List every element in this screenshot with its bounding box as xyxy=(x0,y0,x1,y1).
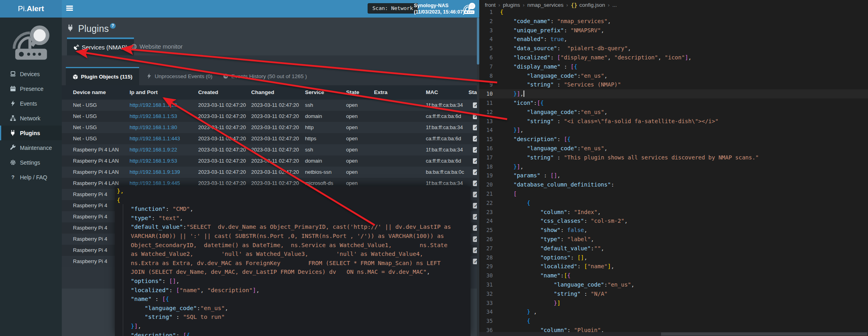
table-cell: open xyxy=(346,155,372,167)
breadcrumb-item[interactable]: front xyxy=(485,2,496,8)
breadcrumb-item[interactable]: ... xyxy=(612,2,617,8)
code-line-13: 13 "string" : "<i class=\"fa-solid fa-sa… xyxy=(479,117,868,126)
code-line-19: 19 "params" : [], xyxy=(479,171,868,180)
line-number: 5 xyxy=(479,44,500,53)
code-line-7: 7 "display_name" : [{ xyxy=(479,62,868,71)
table-cell xyxy=(374,155,424,167)
table-row: Raspberry Pi 4 LANhttp://192.168.1.9:532… xyxy=(62,155,477,167)
overlay-code-line: "options": [], xyxy=(115,277,470,286)
ip-port-link[interactable]: http://192.168.1.9:53 xyxy=(130,155,195,167)
ip-port-link[interactable]: http://192.168.1.9:139 xyxy=(130,167,195,178)
column-header-extra[interactable]: Extra xyxy=(374,85,424,100)
ip-port-link[interactable]: http://192.168.1.9:22 xyxy=(130,144,195,155)
breadcrumb-separator: › xyxy=(523,2,524,8)
table-cell: open xyxy=(346,122,372,133)
brand-logo[interactable]: Pi.Alert xyxy=(0,0,62,18)
ip-port-link[interactable]: http://192.168.1.1:22 xyxy=(130,100,195,111)
code-editor[interactable]: 1{2 "code_name": "nmap_services",3 "uniq… xyxy=(479,8,868,329)
sitemap-icon xyxy=(10,115,16,122)
column-header-state[interactable]: State xyxy=(346,85,372,100)
table-cell: 1f:ba:ff:ca:ba:34 xyxy=(426,144,469,155)
table-row: Net - USGhttp://192.168.1.1:532023-03-11… xyxy=(62,111,477,122)
page-header: Plugins ? xyxy=(67,22,116,36)
breadcrumb-item[interactable]: config.json xyxy=(579,2,605,8)
table-cell: 2023-03-11 02:47:20 xyxy=(198,100,249,111)
column-header-device-name[interactable]: Device name xyxy=(73,85,128,100)
indent-guide xyxy=(123,204,123,336)
column-header-created[interactable]: Created xyxy=(198,85,249,100)
sidebar-item-plugins[interactable]: Plugins xyxy=(0,126,62,140)
device-timestamp: (11/03/2023, 15:46:07) xyxy=(414,9,465,15)
tab-services-nmap[interactable]: Services (NMAP) xyxy=(67,37,134,55)
overlay-code-line: ns.Extra as Extra, dv.dev_MAC as Foreign… xyxy=(115,259,470,268)
code-line-30: 30 "name":[{ xyxy=(479,271,868,280)
sidebar-item-presence[interactable]: Presence xyxy=(0,81,62,96)
column-header-changed[interactable]: Changed xyxy=(251,85,302,100)
line-number: 16 xyxy=(479,144,500,153)
overlay-code-line: VARCHAR(100)) || ':' || cast( SUBSTR(ns.… xyxy=(115,232,470,241)
tab-label: Unprocessed Events (0) xyxy=(155,73,213,79)
ip-port-link[interactable]: http://192.168.1.1:53 xyxy=(130,111,195,122)
overlay-code-editor[interactable]: },{ "function": "CMD", "type": "text", "… xyxy=(115,187,470,336)
cube-icon xyxy=(73,74,78,80)
top-navbar: Pi.Alert Scan: Network Synology-NAS (11/… xyxy=(0,0,479,18)
column-header-service[interactable]: Service xyxy=(305,85,344,100)
tab-label: Events History (50 out of 1265 ) xyxy=(231,73,307,79)
pialert-window: Pi.Alert Scan: Network Synology-NAS (11/… xyxy=(0,0,479,336)
breadcrumb-item[interactable]: plugins xyxy=(503,2,520,8)
table-cell: Net - USG xyxy=(73,100,128,111)
code-line-15: 15 "description": [{ xyxy=(479,135,868,144)
table-cell: 2023-03-11 02:47:20 xyxy=(251,100,302,111)
table-cell: ba:ba:ff:ca:ba:0c xyxy=(426,167,469,178)
laptop-icon xyxy=(10,71,16,77)
tab-website-monitor[interactable]: Website monitor xyxy=(126,37,188,55)
sidebar-item-label: Help / FAQ xyxy=(20,174,47,181)
table-row: Net - USGhttp://192.168.1.1:802023-03-11… xyxy=(62,122,477,133)
ip-port-link[interactable]: http://192.168.1.1:443 xyxy=(130,133,195,144)
line-number: 1 xyxy=(479,8,500,17)
overlay-code-line: "localized": ["name", "description"], xyxy=(115,286,470,295)
sidebar-toggle-icon[interactable] xyxy=(66,6,74,12)
overlay-code-line: "string" : "SQL to run" xyxy=(115,312,470,322)
plug-icon xyxy=(10,130,16,136)
sidebar-item-devices[interactable]: Devices xyxy=(0,67,62,81)
sidebar-item-maintenance[interactable]: Maintenance xyxy=(0,140,62,155)
table-row: Net - USGhttp://192.168.1.1:4432023-03-1… xyxy=(62,133,477,144)
table-cell: 2023-03-11 02:47:20 xyxy=(251,133,302,144)
help-badge-icon[interactable]: ? xyxy=(110,23,116,29)
sidebar-item-label: Events xyxy=(20,100,37,107)
globe-icon xyxy=(131,44,137,49)
wrench-icon xyxy=(10,145,16,151)
brand-alert: Alert xyxy=(27,4,44,13)
gear-icon xyxy=(10,159,16,166)
table-cell: ssh xyxy=(305,144,344,155)
line-number: 17 xyxy=(479,153,500,162)
sidebar-item-events[interactable]: Events xyxy=(0,96,62,111)
text-cursor xyxy=(524,90,524,97)
table-cell: 2023-03-11 02:47:20 xyxy=(251,111,302,122)
code-editor-window: front›plugins›nmap_services›{}config.jso… xyxy=(479,0,868,336)
column-header-ip-and-port[interactable]: Ip and Port xyxy=(130,85,195,100)
column-header-mac[interactable]: MAC xyxy=(426,85,469,100)
horizontal-scrollbar[interactable] xyxy=(479,332,868,336)
table-cell xyxy=(374,111,424,122)
code-line-29: 29 "localized": ["name"], xyxy=(479,262,868,271)
table-cell: 2023-03-11 02:47:20 xyxy=(251,144,302,155)
tab-plugin-objects-115[interactable]: Plugin Objects (115) xyxy=(66,67,139,85)
tab-unprocessed-events-0[interactable]: Unprocessed Events (0) xyxy=(141,67,218,85)
breadcrumb-item[interactable]: nmap_services xyxy=(527,2,563,8)
table-cell: open xyxy=(346,111,372,122)
overlay-code-line: "default_value":"SELECT dv.dev_Name as O… xyxy=(115,222,470,232)
table-cell: domain xyxy=(305,111,344,122)
tab-events-history-50-out-of-1265[interactable]: Events History (50 out of 1265 ) xyxy=(217,67,313,85)
breadcrumb-separator: › xyxy=(566,2,568,8)
table-cell: Raspberry Pi 4 LAN xyxy=(73,155,128,167)
hscroll-thumb[interactable] xyxy=(661,332,867,336)
line-number: 34 xyxy=(479,307,500,316)
sidebar-item-network[interactable]: Network xyxy=(0,111,62,126)
sidebar-item-help-faq[interactable]: ?Help / FAQ xyxy=(0,170,62,185)
sidebar-item-settings[interactable]: Settings xyxy=(0,155,62,170)
overlay-code-line: }, xyxy=(115,187,470,196)
breadcrumb-separator: › xyxy=(608,2,609,8)
ip-port-link[interactable]: http://192.168.1.1:80 xyxy=(130,122,195,133)
